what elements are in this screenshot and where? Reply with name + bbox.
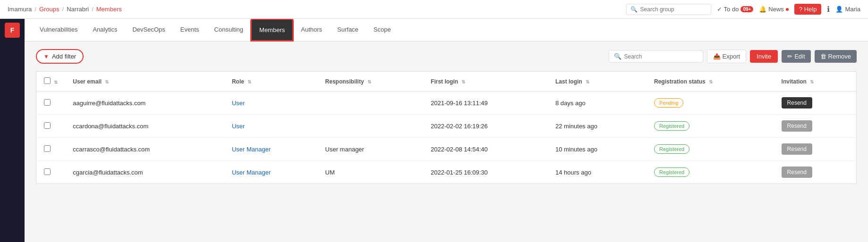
cell-last-login: 10 minutes ago (548, 138, 647, 161)
row-checkbox-cell (36, 138, 66, 161)
cell-role: User (224, 115, 318, 138)
table-row: ccarrasco@fluidattacks.com User Manager … (36, 138, 857, 161)
user-menu[interactable]: 👤 Maria (835, 6, 860, 13)
add-filter-label: Add filter (52, 53, 76, 60)
main-content: Vulnerabilities Analytics DevSecOps Even… (25, 19, 868, 242)
tab-analytics[interactable]: Analytics (85, 19, 125, 41)
breadcrumb-groups[interactable]: Groups (39, 6, 60, 13)
search-icon: 🔍 (614, 53, 621, 60)
info-icon[interactable]: ℹ (827, 5, 830, 14)
cell-first-login: 2022-02-02 16:19:26 (423, 115, 548, 138)
tab-members[interactable]: Members (251, 19, 293, 41)
export-label: Export (723, 53, 740, 60)
status-badge: Registered (654, 167, 689, 177)
cell-registration-status: Registered (647, 115, 774, 138)
help-button[interactable]: ? Help (794, 4, 822, 15)
cell-invitation: Resend (774, 92, 857, 115)
layout: F Vulnerabilities Analytics DevSecOps Ev… (0, 19, 868, 242)
news-label: News (768, 6, 784, 13)
cell-email: ccarrasco@fluidattacks.com (65, 138, 224, 161)
search-group-input[interactable] (640, 6, 707, 13)
resend-button[interactable]: Resend (782, 167, 812, 178)
search-group-field[interactable]: 🔍 (626, 4, 711, 15)
row-select-checkbox[interactable] (44, 168, 51, 175)
row-select-checkbox[interactable] (44, 145, 51, 152)
todo-label: To do (724, 6, 739, 13)
tab-vulnerabilities[interactable]: Vulnerabilities (32, 19, 85, 41)
trash-icon: 🗑 (820, 53, 826, 60)
news-button[interactable]: 🔔 News (759, 6, 789, 13)
edit-icon: ✏ (787, 53, 792, 60)
table-row: cgarcia@fluidattacks.com User Manager UM… (36, 161, 857, 184)
breadcrumb-section: Members (96, 6, 122, 13)
role-link[interactable]: User Manager (232, 146, 271, 153)
breadcrumb-org[interactable]: Imamura (8, 6, 32, 13)
export-icon: 📤 (713, 53, 721, 60)
toolbar-actions: 🔍 📤 Export Invite ✏ Edit 🗑 Remove (609, 50, 857, 63)
row-select-checkbox[interactable] (44, 99, 51, 106)
role-link[interactable]: User (232, 123, 245, 130)
email-value: ccarrasco@fluidattacks.com (73, 146, 150, 153)
select-all-checkbox[interactable] (44, 77, 51, 84)
th-responsibility: Responsibility ⇅ (318, 72, 424, 92)
todo-button[interactable]: ✓ To do 09+ (717, 6, 754, 13)
filter-icon: ▼ (43, 53, 49, 60)
resend-button[interactable]: Resend (782, 143, 812, 155)
cell-role: User Manager (224, 161, 318, 184)
tab-authors[interactable]: Authors (293, 19, 330, 41)
user-label: Maria (845, 6, 860, 13)
cell-registration-status: Pending (647, 92, 774, 115)
email-value: aaguirre@fluidattacks.com (73, 100, 145, 107)
cell-registration-status: Registered (647, 138, 774, 161)
resend-button[interactable]: Resend (782, 97, 812, 108)
status-badge: Registered (654, 144, 689, 154)
help-label: Help (804, 6, 817, 13)
row-checkbox-cell (36, 161, 66, 184)
tab-surface[interactable]: Surface (330, 19, 366, 41)
cell-last-login: 14 hours ago (548, 161, 647, 184)
row-checkbox-cell (36, 92, 66, 115)
cell-first-login: 2022-01-25 16:09:30 (423, 161, 548, 184)
th-email: User email ⇅ (65, 72, 224, 92)
edit-button[interactable]: ✏ Edit (782, 50, 810, 63)
th-invitation: Invitation ⇅ (774, 72, 857, 92)
tab-devsecops[interactable]: DevSecOps (125, 19, 172, 41)
bell-icon: 🔔 (759, 6, 766, 13)
add-filter-button[interactable]: ▼ Add filter (36, 49, 84, 64)
invite-button[interactable]: Invite (750, 50, 778, 63)
role-link[interactable]: User (232, 100, 245, 107)
checkmark-icon: ✓ (717, 6, 722, 13)
cell-email: aaguirre@fluidattacks.com (65, 92, 224, 115)
tab-consulting[interactable]: Consulting (207, 19, 251, 41)
th-registration-status: Registration status ⇅ (647, 72, 774, 92)
sort-icon: ⇅ (54, 80, 58, 85)
resend-button[interactable]: Resend (782, 120, 812, 132)
cell-last-login: 22 minutes ago (548, 115, 647, 138)
tabs-bar: Vulnerabilities Analytics DevSecOps Even… (25, 19, 868, 42)
row-checkbox-cell (36, 115, 66, 138)
cell-role: User Manager (224, 138, 318, 161)
export-button[interactable]: 📤 Export (707, 50, 747, 63)
th-role: Role ⇅ (224, 72, 318, 92)
remove-button[interactable]: 🗑 Remove (815, 50, 857, 63)
breadcrumb-group[interactable]: Narrabri (67, 6, 89, 13)
tab-events[interactable]: Events (173, 19, 207, 41)
members-search-input[interactable] (624, 53, 698, 60)
members-search[interactable]: 🔍 (609, 50, 703, 63)
cell-last-login: 8 days ago (548, 92, 647, 115)
tab-scope[interactable]: Scope (366, 19, 399, 41)
help-icon: ? (799, 6, 802, 13)
cell-first-login: 2022-02-08 14:54:40 (423, 138, 548, 161)
th-first-login: First login ⇅ (423, 72, 548, 92)
sidebar-logo[interactable]: F (5, 23, 20, 38)
cell-invitation: Resend (774, 161, 857, 184)
table-header-row: ⇅ User email ⇅ Role ⇅ Responsibility ⇅ F… (36, 72, 857, 92)
status-badge: Pending (654, 98, 683, 108)
sidebar: F (0, 19, 25, 242)
cell-first-login: 2021-09-16 13:11:49 (423, 92, 548, 115)
row-select-checkbox[interactable] (44, 122, 51, 129)
edit-label: Edit (794, 53, 805, 60)
table-row: ccardona@fluidattacks.com User 2022-02-0… (36, 115, 857, 138)
role-link[interactable]: User Manager (232, 169, 271, 176)
cell-invitation: Resend (774, 115, 857, 138)
